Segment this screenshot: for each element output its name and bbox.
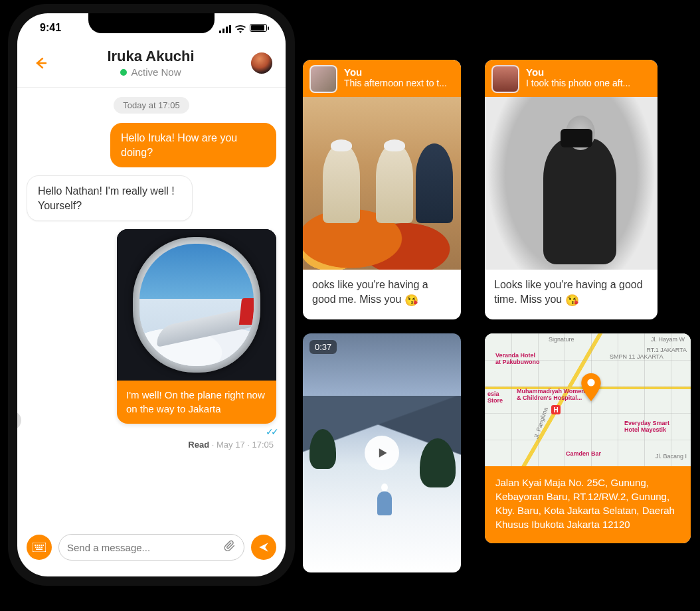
camera-icon — [561, 129, 592, 147]
plane-window-image — [117, 229, 276, 381]
svg-rect-5 — [35, 545, 36, 546]
card-thumbnail — [309, 65, 337, 93]
svg-rect-0 — [219, 31, 221, 33]
svg-point-15 — [587, 379, 594, 386]
image-caption: I'm well! On the plane right now on the … — [117, 381, 276, 424]
hospital-icon: H — [551, 405, 561, 414]
video-thumbnail: 0:37 — [303, 333, 461, 572]
kiss-emoji-icon: 😘 — [404, 294, 418, 307]
location-card[interactable]: Signature Jl. Hayam W Veranda Hotel at P… — [485, 333, 691, 543]
map-label: RT.1 JAKARTA — [646, 347, 687, 353]
cellular-signal-icon — [219, 24, 231, 32]
portrait-photo — [485, 97, 657, 270]
kiss-emoji-icon: 😘 — [565, 294, 579, 307]
map-label: Jl. Panglima — [533, 406, 549, 440]
map-poi: esia Store — [487, 391, 503, 404]
svg-rect-1 — [222, 29, 224, 33]
messages-list[interactable]: Today at 17:05 Hello Iruka! How are you … — [17, 88, 286, 526]
map-poi: Camden Bar — [566, 450, 601, 457]
message-input[interactable] — [67, 542, 219, 553]
map-label: Jl. Bacang I — [656, 453, 687, 460]
phone-frame: 9:41 — [8, 4, 295, 586]
map-label: Jl. Hayam W — [651, 336, 685, 343]
notch — [88, 13, 215, 33]
svg-rect-13 — [41, 547, 43, 548]
message-input-wrap[interactable] — [58, 534, 244, 561]
read-receipt: Read · May 17 · 17:05 — [27, 440, 274, 450]
status-time: 9:41 — [40, 22, 61, 34]
composer-bar — [17, 526, 286, 576]
video-duration: 0:37 — [309, 340, 337, 354]
chat-header: Iruka Akuchi Active Now — [17, 43, 286, 88]
map-poi: Everyday Smart Hotel Mayestik — [624, 420, 669, 433]
map-thumbnail: Signature Jl. Hayam W Veranda Hotel at P… — [485, 333, 691, 466]
svg-rect-8 — [41, 545, 42, 546]
contact-avatar[interactable] — [250, 51, 274, 75]
card-thumbnail — [491, 65, 519, 93]
wifi-icon — [235, 24, 246, 32]
map-poi: Veranda Hotel at Pakubuwono — [495, 352, 540, 365]
sender-label: You — [344, 66, 453, 78]
status-text: Active Now — [131, 66, 181, 78]
message-incoming[interactable]: Hello Nathan! I'm really well ! Yourself… — [27, 175, 193, 221]
map-label: SMPN 11 JAKARTA — [610, 353, 663, 360]
photo-card-portrait[interactable]: You I took this photo one aft... Looks l… — [485, 60, 657, 319]
date-separator: Today at 17:05 — [114, 97, 189, 114]
play-button[interactable] — [365, 436, 399, 470]
svg-rect-6 — [37, 545, 38, 546]
back-button[interactable] — [29, 52, 52, 74]
location-address: Jalan Kyai Maja No. 25C, Gunung, Kebayor… — [485, 466, 691, 543]
status-indicators — [219, 24, 267, 32]
svg-rect-9 — [43, 545, 44, 546]
message-preview: I took this photo one aft... — [526, 78, 650, 88]
map-label: Signature — [549, 336, 574, 343]
card-caption: ooks like you're having a good me. Miss … — [303, 270, 461, 319]
card-header: You This afternoon next to t... — [303, 60, 461, 97]
map-pin-icon — [580, 373, 602, 404]
card-header: You I took this photo one aft... — [485, 60, 657, 97]
svg-rect-7 — [39, 545, 40, 546]
send-button[interactable] — [251, 535, 276, 560]
read-checks-icon: ✓✓ — [266, 426, 276, 437]
message-preview: This afternoon next to t... — [344, 78, 453, 88]
svg-rect-11 — [37, 547, 39, 548]
market-photo — [303, 97, 461, 270]
sender-label: You — [526, 66, 650, 78]
svg-rect-10 — [35, 547, 37, 548]
svg-rect-14 — [36, 549, 43, 550]
attachment-icon[interactable] — [224, 539, 236, 555]
contact-name: Iruka Akuchi — [57, 48, 244, 65]
battery-icon — [250, 24, 267, 32]
video-card[interactable]: 0:37 — [303, 333, 461, 572]
svg-rect-2 — [226, 27, 228, 33]
reply-icon[interactable] — [17, 411, 21, 430]
svg-rect-3 — [229, 25, 231, 33]
map-poi: Muhammadiyah Women & Children's Hospital… — [517, 388, 585, 401]
header-center: Iruka Akuchi Active Now — [57, 48, 244, 78]
svg-rect-12 — [39, 547, 41, 548]
image-message[interactable]: I'm well! On the plane right now on the … — [117, 229, 276, 424]
phone-screen: 9:41 — [17, 13, 286, 576]
keyboard-button[interactable] — [27, 535, 52, 560]
card-caption: Looks like you're having a good time. Mi… — [485, 270, 657, 319]
photo-card-market[interactable]: You This afternoon next to t... ooks lik… — [303, 60, 461, 319]
message-outgoing[interactable]: Hello Iruka! How are you doing? — [110, 123, 276, 167]
online-status: Active Now — [57, 66, 244, 78]
online-dot-icon — [120, 69, 127, 76]
